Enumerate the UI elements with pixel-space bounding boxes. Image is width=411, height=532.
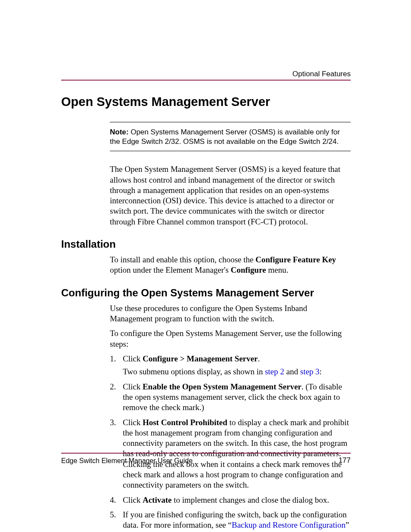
config-paragraph-2: To configure the Open Systems Management… [110, 328, 351, 349]
note-label: Note: [110, 128, 128, 136]
configure-menu-label: Configure [230, 265, 266, 274]
footer-rule [61, 453, 351, 454]
text: . [258, 354, 260, 363]
text: menu. [266, 265, 288, 274]
footer-title: Edge Switch Element Manager User Guide [61, 457, 193, 465]
step-5: If you are finished configuring the swit… [110, 510, 351, 532]
text: Click [123, 418, 143, 427]
step-1-sub: Two submenu options display, as shown in… [123, 367, 351, 377]
note-block: Note: Open Systems Management Server (OS… [110, 122, 351, 151]
installation-paragraph: To install and enable this option, choos… [110, 255, 351, 276]
text: option under the Element Manager's [110, 265, 230, 274]
config-paragraph-1: Use these procedures to configure the Op… [110, 303, 351, 324]
text: to implement changes and close the dialo… [171, 495, 329, 504]
steps-list: Click Configure > Management Server. Two… [110, 354, 351, 532]
link-backup-restore[interactable]: Backup and Restore Configuration [232, 520, 346, 529]
link-step-2[interactable]: step 2 [265, 367, 284, 376]
step-4: Click Activate to implement changes and … [110, 495, 351, 505]
page-number: 177 [339, 456, 351, 465]
intro-paragraph: The Open System Management Server (OSMS)… [110, 164, 351, 227]
activate-label: Activate [143, 495, 172, 504]
installation-heading: Installation [61, 238, 351, 250]
step-3: Click Host Control Prohibited to display… [110, 417, 351, 491]
enable-osms-label: Enable the Open System Management Server [143, 382, 302, 391]
host-control-prohibited-label: Host Control Prohibited [143, 418, 227, 427]
text: Click [123, 354, 143, 363]
step-2: Click Enable the Open System Management … [110, 382, 351, 413]
note-text: Open Systems Management Server (OSMS) is… [110, 128, 340, 146]
running-head: Optional Features [293, 70, 351, 78]
configure-feature-key-label: Configure Feature Key [255, 255, 336, 264]
page-title: Open Systems Management Server [61, 95, 351, 109]
text: To install and enable this option, choos… [110, 255, 255, 264]
page: Optional Features Open Systems Managemen… [0, 0, 411, 532]
text: and [284, 367, 300, 376]
text: : [320, 367, 322, 376]
header-rule [61, 80, 351, 81]
text: Two submenu options display, as shown in [123, 367, 265, 376]
step-1: Click Configure > Management Server. Two… [110, 354, 351, 377]
configuring-heading: Configuring the Open Systems Management … [61, 287, 351, 299]
menu-path-label: Configure > Management Server [143, 354, 258, 363]
text: Click [123, 495, 143, 504]
link-step-3[interactable]: step 3 [300, 367, 320, 376]
text: Click [123, 382, 143, 391]
